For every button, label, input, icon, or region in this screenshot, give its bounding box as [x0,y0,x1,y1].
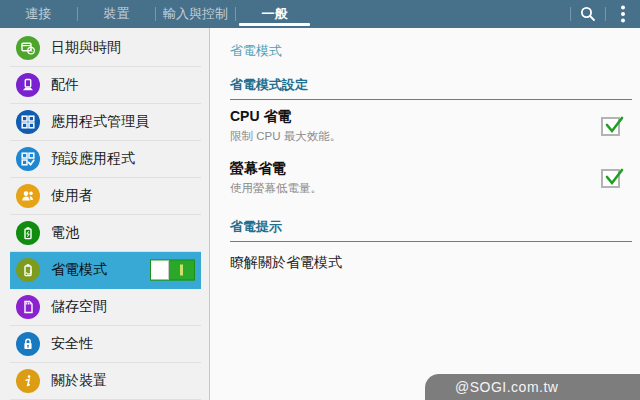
sidebar-item-label: 預設應用程式 [51,150,135,168]
setting-subtitle: 使用螢幕低電量。 [230,181,601,196]
toggle-thumb [151,261,169,280]
sidebar-item-battery[interactable]: 電池 [10,215,201,252]
settings-sidebar: 日期與時間 配件 應用程式管理員 預設應用程式 使用者 電池 省 [0,28,210,400]
sidebar-item-power-saving[interactable]: 省電模式 [10,252,201,289]
power-saving-icon [16,258,40,282]
setting-subtitle: 限制 CPU 最大效能。 [230,129,601,144]
battery-icon [16,221,40,245]
section-header-power-saving-tips: 省電提示 [230,218,632,242]
learn-about-power-saving-link[interactable]: 瞭解關於省電模式 [230,242,632,272]
sidebar-item-label: 使用者 [51,187,93,205]
sidebar-item-label: 配件 [51,76,79,94]
sidebar-item-label: 日期與時間 [51,39,121,57]
setting-row-screen-power-saving[interactable]: 螢幕省電 使用螢幕低電量。 [230,152,632,204]
watermark-text: @SOGI.com.tw [455,379,558,395]
sidebar-item-label: 應用程式管理員 [51,113,149,131]
screen-power-saving-checkbox[interactable] [601,169,620,188]
page-title: 省電模式 [230,42,632,60]
watermark-badge: @SOGI.com.tw [425,374,640,400]
sidebar-item-storage[interactable]: 儲存空間 [10,289,201,326]
sidebar-item-label: 安全性 [51,335,93,353]
checkmark-icon [603,167,625,189]
tab-input-control[interactable]: 輸入與控制 [156,0,235,28]
sidebar-item-accessory[interactable]: 配件 [10,67,201,104]
date-time-icon [16,36,40,60]
sidebar-item-users[interactable]: 使用者 [10,178,201,215]
tab-device[interactable]: 裝置 [78,0,155,28]
security-lock-icon [16,332,40,356]
accessory-dock-icon [16,73,40,97]
application-manager-icon [16,110,40,134]
about-device-icon [16,369,40,393]
section-header-power-saving-settings: 省電模式設定 [230,76,632,100]
cpu-power-saving-checkbox[interactable] [601,117,620,136]
sidebar-item-label: 關於裝置 [51,372,107,390]
sidebar-item-default-applications[interactable]: 預設應用程式 [10,141,201,178]
top-tab-bar: 連接 裝置 輸入與控制 一般 [0,0,640,28]
sidebar-item-label: 電池 [51,224,79,242]
sidebar-item-date-time[interactable]: 日期與時間 [10,30,201,67]
sidebar-item-application-manager[interactable]: 應用程式管理員 [10,104,201,141]
sidebar-item-label: 儲存空間 [51,298,107,316]
checkmark-icon [603,115,625,137]
storage-icon [16,295,40,319]
sidebar-item-security[interactable]: 安全性 [10,326,201,363]
topbar-spacer [313,0,570,28]
toggle-on-indicator [180,265,183,276]
setting-title: 螢幕省電 [230,160,601,178]
sidebar-item-label: 省電模式 [51,261,107,279]
search-icon[interactable] [571,0,605,28]
overflow-menu-icon[interactable] [606,0,640,28]
users-icon [16,184,40,208]
power-saving-toggle[interactable] [150,260,195,281]
sidebar-item-about-device[interactable]: 關於裝置 [10,363,201,400]
default-applications-icon [16,147,40,171]
setting-title: CPU 省電 [230,108,601,126]
settings-detail-pane: 省電模式 省電模式設定 CPU 省電 限制 CPU 最大效能。 螢幕省電 使用螢… [211,28,640,400]
tab-general[interactable]: 一般 [236,0,313,28]
setting-row-cpu-power-saving[interactable]: CPU 省電 限制 CPU 最大效能。 [230,100,632,152]
tab-connections[interactable]: 連接 [0,0,77,28]
